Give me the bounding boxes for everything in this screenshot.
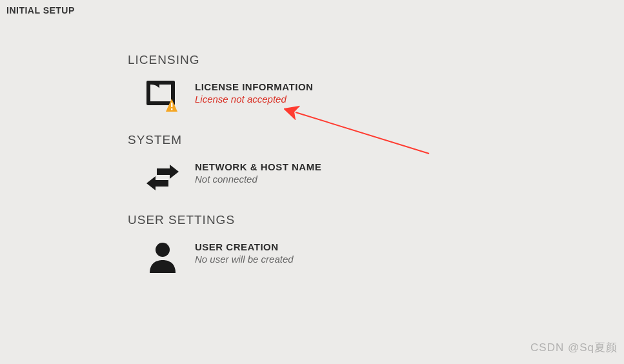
header-bar: INITIAL SETUP bbox=[0, 0, 624, 21]
svg-rect-3 bbox=[171, 103, 172, 107]
main-content: LICENSING LICENSE INFORMATION License no bbox=[0, 21, 624, 275]
user-person-icon bbox=[143, 239, 182, 275]
license-document-warning-icon bbox=[143, 79, 182, 115]
spoke-user-text: USER CREATION No user will be created bbox=[182, 239, 294, 265]
watermark-text: CSDN @Sq夏颜 bbox=[530, 340, 618, 355]
svg-rect-4 bbox=[171, 108, 172, 110]
section-heading-system: SYSTEM bbox=[128, 133, 624, 147]
section-heading-user-settings: USER SETTINGS bbox=[128, 213, 624, 227]
spoke-user-title: USER CREATION bbox=[195, 241, 294, 252]
page-title: INITIAL SETUP bbox=[6, 5, 618, 15]
section-user-settings: USER SETTINGS USER CREATION No user will… bbox=[128, 213, 624, 275]
spoke-license-information[interactable]: LICENSE INFORMATION License not accepted bbox=[128, 79, 624, 115]
spoke-license-text: LICENSE INFORMATION License not accepted bbox=[182, 79, 313, 105]
spoke-network-text: NETWORK & HOST NAME Not connected bbox=[182, 159, 321, 185]
spoke-network-status: Not connected bbox=[195, 174, 321, 185]
spoke-user-creation[interactable]: USER CREATION No user will be created bbox=[128, 239, 624, 275]
spoke-license-title: LICENSE INFORMATION bbox=[195, 81, 313, 92]
spoke-user-status: No user will be created bbox=[195, 254, 294, 265]
spoke-network-hostname[interactable]: NETWORK & HOST NAME Not connected bbox=[128, 159, 624, 195]
spoke-license-status: License not accepted bbox=[195, 94, 313, 105]
svg-point-5 bbox=[156, 243, 170, 257]
section-system: SYSTEM NETWORK & HOST NAME Not connected bbox=[128, 133, 624, 195]
section-heading-licensing: LICENSING bbox=[128, 53, 624, 67]
section-licensing: LICENSING LICENSE INFORMATION License no bbox=[128, 53, 624, 115]
spoke-network-title: NETWORK & HOST NAME bbox=[195, 161, 321, 172]
network-arrows-icon bbox=[143, 159, 182, 195]
